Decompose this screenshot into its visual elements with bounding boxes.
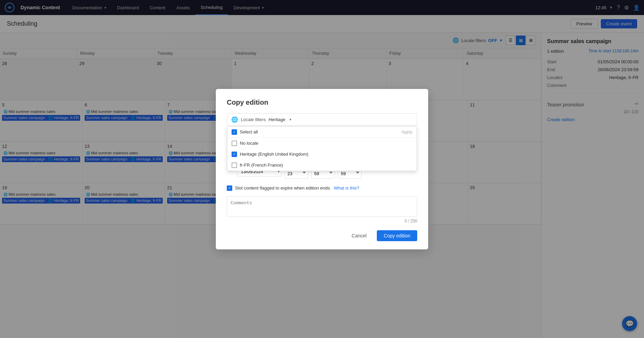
dropdown-item-no-locale[interactable]: No locale <box>227 138 417 149</box>
comments-field: 0 / 250 <box>227 196 417 223</box>
select-all-label[interactable]: Select all <box>240 129 258 134</box>
heritage-label: Heritage (English United Kingdom) <box>240 152 308 157</box>
locale-dropdown: ✓ Select all Apply No locale ✓ Heritage … <box>227 126 417 171</box>
apply-button[interactable]: Apply <box>401 129 412 134</box>
expire-checkbox[interactable]: ✓ <box>227 185 232 191</box>
heritage-checkbox[interactable]: ✓ <box>232 152 237 157</box>
locale-filter-value: Heritage <box>269 117 285 122</box>
globe-icon: 🌐 <box>231 116 238 123</box>
expire-checkbox-row[interactable]: ✓ Slot content flagged to expire when ed… <box>227 185 417 191</box>
fr-fr-checkbox[interactable] <box>232 162 237 168</box>
copy-edition-dialog: Copy edition 🌐 Locale filters Heritage ▾… <box>216 89 428 249</box>
modal-overlay[interactable]: Copy edition 🌐 Locale filters Heritage ▾… <box>0 0 644 338</box>
what-is-this-link[interactable]: What is this? <box>334 185 359 191</box>
dropdown-item-heritage[interactable]: ✓ Heritage (English United Kingdom) <box>227 149 417 160</box>
locale-filter-label: Locale filters <box>241 117 266 122</box>
fr-fr-label: fr-FR (French France) <box>240 162 283 168</box>
no-locale-checkbox[interactable] <box>232 141 237 146</box>
dropdown-item-fr-fr[interactable]: fr-FR (French France) <box>227 160 417 171</box>
select-all-checkbox[interactable]: ✓ <box>232 129 237 135</box>
expire-checkbox-label: Slot content flagged to expire when edit… <box>235 185 331 191</box>
chevron-down-icon: ▾ <box>289 117 292 122</box>
dialog-title: Copy edition <box>227 99 417 106</box>
cancel-button[interactable]: Cancel <box>345 230 374 241</box>
locale-filter-selector[interactable]: 🌐 Locale filters Heritage ▾ ✓ Select all… <box>227 113 417 126</box>
copy-edition-button[interactable]: Copy edition <box>377 230 417 241</box>
char-count: 0 / 250 <box>227 219 417 223</box>
no-locale-label: No locale <box>240 141 258 146</box>
comments-textarea[interactable] <box>227 196 417 217</box>
